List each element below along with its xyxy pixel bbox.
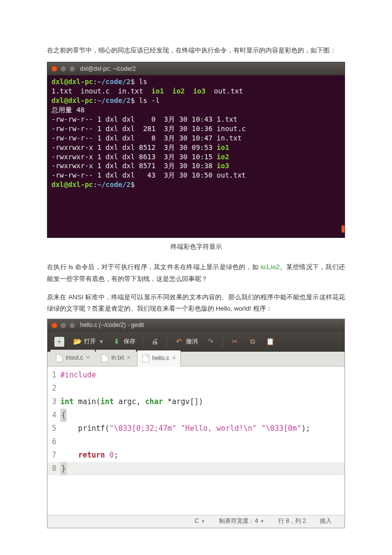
close-icon[interactable] bbox=[51, 323, 57, 328]
print-icon: 🖨 bbox=[150, 337, 160, 347]
status-insert-mode: 插入 bbox=[320, 516, 332, 527]
line-number: 3 bbox=[47, 395, 60, 409]
line-number: 4 bbox=[47, 409, 60, 422]
save-button[interactable]: ⬇ 保存 bbox=[109, 334, 138, 349]
copy-icon: ⧉ bbox=[248, 337, 258, 347]
gedit-titlebar: hello.c (~/code/2) - gedit bbox=[47, 319, 345, 332]
terminal-body[interactable]: dxl@dxl-pc:~/code/2$ ls1.txt inout.c in.… bbox=[47, 75, 345, 237]
editor-tab[interactable]: hello.c × bbox=[137, 350, 181, 367]
status-tab-label: 制表符宽度：4 bbox=[219, 516, 258, 527]
paste-button[interactable]: 📋 bbox=[262, 335, 278, 349]
code-line: 4{ bbox=[47, 409, 345, 422]
gedit-statusbar: C ▼ 制表符宽度：4 ▼ 行 8，列 2 插入 bbox=[47, 515, 345, 528]
code-line: 6 bbox=[47, 435, 345, 449]
close-tab-icon[interactable]: × bbox=[127, 353, 131, 364]
tab-label: hello.c bbox=[152, 353, 170, 364]
line-number: 6 bbox=[47, 435, 60, 449]
chevron-down-icon: ▼ bbox=[201, 517, 205, 525]
editor-tab[interactable]: in.txt × bbox=[96, 350, 135, 366]
gedit-tabbar: inout.c ×in.txt ×hello.c × bbox=[47, 352, 345, 367]
close-tab-icon[interactable]: × bbox=[86, 353, 89, 364]
editor-tab[interactable]: inout.c × bbox=[50, 350, 95, 366]
terminal-caption: 终端彩色字符显示 bbox=[47, 241, 345, 252]
maximize-icon[interactable] bbox=[69, 323, 75, 328]
close-tab-icon[interactable]: × bbox=[172, 353, 175, 364]
status-tabwidth[interactable]: 制表符宽度：4 ▼ bbox=[219, 516, 264, 527]
intro-paragraph-1: 在之前的章节中，细心的同志应该已经发现，在终端中执行命令，有时显示的内容是彩色的… bbox=[47, 45, 345, 56]
code-line: 8} bbox=[47, 462, 345, 475]
tab-label: inout.c bbox=[66, 353, 83, 364]
separator bbox=[167, 335, 167, 348]
code-line: 7 return 0; bbox=[47, 449, 345, 462]
inline-io1: io1 bbox=[261, 263, 269, 271]
paste-icon: 📋 bbox=[265, 337, 275, 347]
minimize-icon[interactable] bbox=[60, 66, 66, 72]
cut-icon: ✂ bbox=[230, 337, 240, 347]
code-line: 3int main(int argc, char *argv[]) bbox=[47, 395, 345, 409]
line-number: 7 bbox=[47, 449, 60, 462]
text: 在执行 ls 命令后，对于可执行程序，其文件名在终端上显示是绿色的，如 bbox=[47, 263, 261, 271]
mid-paragraph-2: 原来在 ANSI 标准中，终端是可以显示不同效果的文本内容的。那么我们的程序中能… bbox=[47, 291, 345, 315]
copy-button[interactable]: ⧉ bbox=[245, 335, 261, 349]
save-icon: ⬇ bbox=[112, 337, 122, 347]
save-label: 保存 bbox=[124, 336, 135, 347]
undo-icon: ↶ bbox=[174, 337, 184, 347]
file-icon bbox=[142, 355, 149, 363]
undo-button[interactable]: ↶ 撤消 bbox=[171, 334, 201, 349]
gedit-window: hello.c (~/code/2) - gedit ＋ 📂 打开 ▼ ⬇ 保存… bbox=[47, 319, 345, 528]
status-language[interactable]: C ▼ bbox=[195, 516, 206, 527]
line-number: 1 bbox=[47, 369, 60, 382]
status-lang-label: C bbox=[195, 516, 199, 527]
inline-io2: io2 bbox=[271, 263, 279, 271]
gedit-title: hello.c (~/code/2) - gedit bbox=[80, 320, 144, 331]
code-editor[interactable]: 1#include 23int main(int argc, char *arg… bbox=[47, 367, 345, 515]
terminal-window: dxl@dxl-pc: ~/code/2 dxl@dxl-pc:~/code/2… bbox=[47, 62, 345, 237]
cut-button[interactable]: ✂ bbox=[227, 335, 243, 349]
maximize-icon[interactable] bbox=[69, 66, 75, 72]
line-number: 2 bbox=[47, 382, 60, 395]
file-icon bbox=[101, 354, 108, 362]
code-line: 1#include bbox=[47, 369, 345, 382]
chevron-down-icon: ▼ bbox=[260, 517, 264, 525]
line-number: 5 bbox=[47, 422, 60, 435]
code-line: 5 printf("\033[0;32;47m" "Hello, world!\… bbox=[47, 422, 345, 435]
code-line: 2 bbox=[47, 382, 345, 395]
gedit-toolbar: ＋ 📂 打开 ▼ ⬇ 保存 🖨 ↶ 撤消 ↷ ✂ ⧉ 📋 bbox=[47, 332, 345, 352]
open-button[interactable]: 📂 打开 ▼ bbox=[69, 334, 107, 349]
line-number: 8 bbox=[47, 462, 60, 475]
open-icon: 📂 bbox=[72, 337, 82, 347]
minimize-icon[interactable] bbox=[60, 323, 66, 328]
print-button[interactable]: 🖨 bbox=[147, 335, 163, 349]
open-label: 打开 bbox=[84, 336, 96, 347]
separator bbox=[142, 335, 143, 348]
tab-label: in.txt bbox=[111, 353, 124, 364]
mid-paragraph-1: 在执行 ls 命令后，对于可执行程序，其文件名在终端上显示是绿色的，如 io1,… bbox=[47, 261, 345, 284]
chevron-down-icon: ▼ bbox=[99, 337, 104, 346]
redo-icon: ↷ bbox=[206, 337, 216, 347]
scroll-indicator bbox=[342, 226, 345, 232]
close-icon[interactable] bbox=[51, 66, 57, 72]
redo-button[interactable]: ↷ bbox=[203, 335, 218, 349]
terminal-title: dxl@dxl-pc: ~/code/2 bbox=[80, 64, 136, 75]
new-button[interactable]: ＋ bbox=[51, 335, 67, 349]
file-icon bbox=[56, 354, 63, 362]
undo-label: 撤消 bbox=[186, 336, 198, 347]
terminal-titlebar: dxl@dxl-pc: ~/code/2 bbox=[47, 62, 345, 75]
new-file-icon: ＋ bbox=[54, 337, 64, 347]
separator bbox=[222, 335, 223, 348]
status-cursor-pos: 行 8，列 2 bbox=[278, 516, 306, 527]
